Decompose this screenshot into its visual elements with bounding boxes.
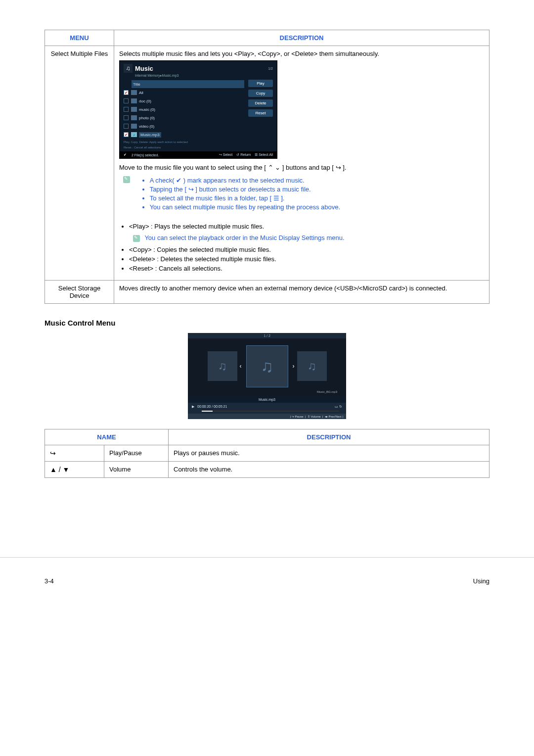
- album-next[interactable]: ♫: [297, 351, 327, 381]
- menu-label: Select Storage Device: [45, 280, 114, 303]
- select-all-icon: ☰: [273, 194, 279, 202]
- time-indicator: 00:00:20 / 00:05:21: [197, 405, 227, 408]
- enter-icon: ↪: [188, 186, 194, 193]
- control-name: Play/Pause: [104, 445, 169, 461]
- delete-button[interactable]: Delete: [248, 99, 273, 107]
- note-item: You can select multiple music files by r…: [150, 203, 340, 211]
- current-track-name: Music.mp3: [188, 396, 346, 403]
- music-app-icon: ♫: [124, 64, 133, 73]
- list-item[interactable]: music (0): [139, 107, 155, 112]
- table-row: ▲ / ▼ Volume Controls the volume.: [45, 461, 490, 477]
- menu-label: Select Multiple Files: [45, 46, 114, 281]
- folder-icon: [131, 98, 137, 103]
- play-icon[interactable]: ▶: [192, 405, 194, 409]
- header-menu: MENU: [45, 30, 114, 46]
- enter-icon: ↪: [336, 164, 341, 171]
- action-reset: <Reset> : Cancels all selections.: [129, 265, 484, 272]
- next-track-name: Music_BG.mp3: [317, 390, 337, 393]
- play-button[interactable]: Play: [248, 80, 273, 87]
- section-name: Using: [473, 577, 490, 585]
- table-row: ↪ Play/Pause Plays or pauses music.: [45, 445, 490, 461]
- list-item[interactable]: photo (0): [139, 116, 155, 120]
- checkbox-icon[interactable]: ✔: [124, 90, 129, 95]
- menu-description-table: MENU DESCRIPTION Select Multiple Files S…: [44, 30, 490, 304]
- footer-select: ↪ Select: [219, 153, 232, 157]
- updown-icon: ▲ / ▼: [50, 466, 69, 473]
- mode-icons: ▭ ↻: [335, 405, 342, 409]
- reset-button[interactable]: Reset: [248, 109, 273, 117]
- header-description: DESCRIPTION: [114, 30, 490, 46]
- progress-bar[interactable]: [202, 411, 339, 412]
- music-select-screenshot: ♫ Music 1/2 Internal Memory▸Music.mp3 Ti…: [119, 60, 277, 159]
- updown-icon: ⌃ ⌄: [268, 164, 281, 171]
- file-list: Title ✔ All doc (0): [124, 80, 244, 149]
- checkbox-icon[interactable]: [124, 124, 129, 129]
- control-hints: | ↪ Pause | ⇕ Volume | ◂▸ Prev/Next |: [188, 414, 346, 419]
- column-title: Title: [133, 82, 140, 87]
- footer-return: ↺ Return: [236, 153, 251, 157]
- chevron-left-icon[interactable]: ‹: [237, 363, 244, 370]
- footer-select-all: ☰ Select All: [255, 153, 273, 157]
- control-table: NAME DESCRIPTION ↪ Play/Pause Plays or p…: [44, 429, 490, 478]
- list-item[interactable]: All: [139, 91, 143, 95]
- music-file-icon: ♪: [131, 132, 137, 137]
- header-name: NAME: [45, 429, 169, 445]
- checkbox-icon[interactable]: [124, 107, 129, 112]
- check-icon: ✔: [176, 177, 181, 184]
- note-item: Tapping the [ ↪ ] button selects or dese…: [150, 186, 340, 193]
- note-item: To select all the music files in a folde…: [150, 194, 340, 202]
- list-item[interactable]: video (0): [139, 124, 154, 129]
- page-indicator: 1 / 2: [188, 333, 346, 338]
- list-item[interactable]: Music.mp3: [139, 132, 161, 138]
- music-control-screenshot: 1 / 2 ♫ ‹ ♫ › ♫ Music_BG.mp3 Music.mp3 ▶…: [188, 333, 346, 419]
- chevron-right-icon[interactable]: ›: [290, 363, 297, 370]
- checkbox-icon[interactable]: [124, 115, 129, 120]
- intro-text: Selects multiple music files and lets yo…: [119, 50, 484, 57]
- action-delete: <Delete> : Deletes the selected multiple…: [129, 255, 484, 263]
- page-indicator: 1/2: [268, 67, 273, 70]
- menu-desc-cell: Selects multiple music files and lets yo…: [114, 46, 490, 281]
- check-icon: ✔: [124, 153, 127, 157]
- folder-icon: [131, 90, 137, 95]
- checkbox-icon[interactable]: [124, 98, 129, 103]
- header-description: DESCRIPTION: [169, 429, 490, 445]
- note-icon: [133, 235, 140, 242]
- list-item[interactable]: doc (0): [139, 99, 151, 103]
- checkbox-icon[interactable]: ✔: [124, 132, 129, 137]
- screenshot-title: Music: [135, 65, 153, 72]
- control-desc: Controls the volume.: [169, 461, 490, 477]
- album-current[interactable]: ♫: [246, 345, 288, 387]
- instruction-line: Move to the music file you want to selec…: [119, 164, 484, 171]
- folder-icon: [131, 115, 137, 120]
- selected-count: 2 File(s) selected.: [132, 153, 159, 157]
- folder-icon: [131, 107, 137, 112]
- note-item: A check( ✔ ) mark appears next to the se…: [150, 177, 340, 184]
- note-icon: [123, 176, 130, 183]
- enter-icon: ↪: [50, 449, 56, 457]
- play-note: You can select the playback order in the…: [144, 234, 344, 241]
- page-number: 3-4: [44, 577, 54, 585]
- action-copy: <Copy> : Copies the selected multiple mu…: [129, 246, 484, 253]
- control-desc: Plays or pauses music.: [169, 445, 490, 461]
- action-play: <Play> : Plays the selected multiple mus…: [129, 223, 484, 230]
- control-name: Volume: [104, 461, 169, 477]
- breadcrumb-path: Internal Memory▸Music.mp3: [135, 74, 273, 78]
- menu-desc: Moves directly to another memory device …: [114, 280, 490, 303]
- copy-button[interactable]: Copy: [248, 90, 273, 97]
- section-title: Music Control Menu: [44, 319, 490, 327]
- hint-text: Reset : Cancel all selections: [124, 146, 244, 149]
- album-prev[interactable]: ♫: [208, 351, 237, 381]
- hint-text: Play, Copy, Delete: Apply each action to…: [124, 141, 244, 144]
- folder-icon: [131, 124, 137, 129]
- row-select-multiple-files: Select Multiple Files Selects multiple m…: [45, 46, 490, 281]
- row-select-storage-device: Select Storage Device Moves directly to …: [45, 280, 490, 303]
